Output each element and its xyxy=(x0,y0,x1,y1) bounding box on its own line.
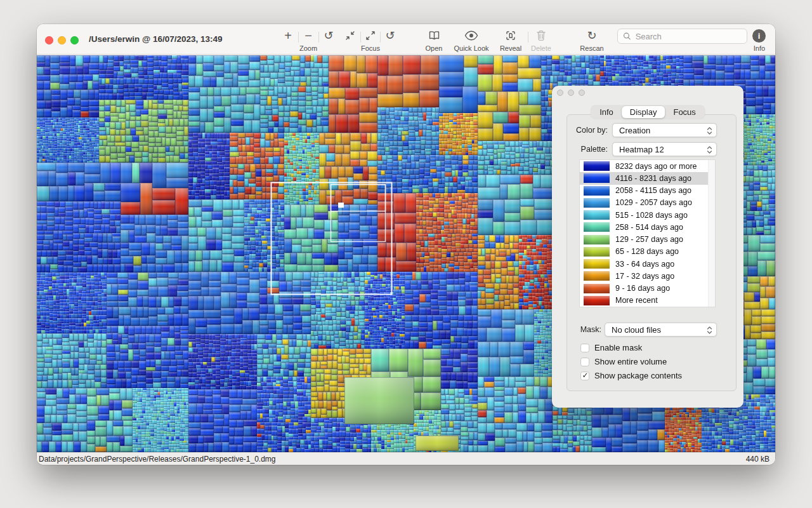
legend-swatch xyxy=(584,186,610,196)
minimize-button[interactable] xyxy=(58,36,66,44)
color-by-dropdown[interactable]: Creation xyxy=(612,123,717,137)
checkbox-show-package-contents[interactable] xyxy=(580,371,589,380)
zoom-in-button[interactable]: + xyxy=(282,28,294,43)
legend-swatch xyxy=(584,259,610,269)
legend-scrollbar[interactable] xyxy=(708,160,715,307)
legend-row[interactable]: 1029 - 2057 days ago xyxy=(580,197,715,209)
legend-row[interactable]: 17 - 32 days ago xyxy=(580,270,715,282)
plus-icon: + xyxy=(284,29,292,42)
legend-label: More recent xyxy=(615,296,658,305)
legend-swatch xyxy=(584,296,610,305)
legend-row[interactable]: 515 - 1028 days ago xyxy=(580,209,715,221)
palette-dropdown[interactable]: Heatmap 12 xyxy=(612,142,717,156)
legend-row[interactable]: 65 - 128 days ago xyxy=(580,246,715,258)
color-by-label: Color by: xyxy=(563,126,608,135)
undo-arrow-icon: ↺ xyxy=(324,30,333,41)
focus-group-label: Focus xyxy=(351,44,390,52)
info-label: Info xyxy=(747,44,772,52)
panel-zoom-button[interactable] xyxy=(579,90,585,96)
panel-minimize-button[interactable] xyxy=(568,90,574,96)
chevron-up-down-icon xyxy=(707,126,712,135)
checkbox-row: Show entire volume xyxy=(580,357,667,366)
palette-value: Heatmap 12 xyxy=(619,145,664,154)
mask-label: Mask: xyxy=(565,325,601,334)
focus-reset-button[interactable]: ↺ xyxy=(384,28,396,43)
reveal-frame-icon xyxy=(505,30,516,41)
panel-close-button[interactable] xyxy=(557,90,563,96)
info-button[interactable]: i xyxy=(752,29,766,43)
checkbox-row: Show package contents xyxy=(580,371,682,380)
close-button[interactable] xyxy=(45,36,53,44)
zoom-group-label: Zoom xyxy=(289,44,327,52)
legend-label: 4116 - 8231 days ago xyxy=(615,174,691,183)
mask-dropdown[interactable]: No cloud files xyxy=(605,323,717,337)
focus-out-button[interactable] xyxy=(364,28,377,43)
legend-swatch xyxy=(584,161,610,171)
mask-value: No cloud files xyxy=(612,325,661,335)
open-button[interactable] xyxy=(426,28,442,43)
checkbox-label: Show entire volume xyxy=(594,357,667,366)
legend-row[interactable]: 33 - 64 days ago xyxy=(580,258,715,270)
separator xyxy=(318,32,319,43)
search-input[interactable] xyxy=(634,31,742,42)
legend-row[interactable]: 258 - 514 days ago xyxy=(580,221,715,233)
rescan-label: Rescan xyxy=(573,44,611,52)
toolbar: /Users/erwin @ 16/07/2023, 13:49 + − ↺ Z… xyxy=(37,24,775,55)
color-by-value: Creation xyxy=(619,126,650,135)
tab-focus[interactable]: Focus xyxy=(665,106,704,118)
checkbox-enable-mask[interactable] xyxy=(580,344,589,352)
quick-look-button[interactable] xyxy=(464,28,479,43)
panel-window-controls xyxy=(557,90,585,96)
separator xyxy=(360,32,361,43)
tab-info[interactable]: Info xyxy=(591,106,622,118)
legend-label: 65 - 128 days ago xyxy=(615,247,679,256)
legend-label: 258 - 514 days ago xyxy=(615,223,683,232)
legend-label: 129 - 257 days ago xyxy=(615,235,683,244)
delete-button[interactable] xyxy=(535,28,547,43)
legend-label: 515 - 1028 days ago xyxy=(615,211,688,220)
search-icon xyxy=(623,32,631,41)
legend-row[interactable]: 4116 - 8231 days ago xyxy=(580,172,715,184)
zoom-out-button[interactable]: − xyxy=(302,28,315,43)
search-field xyxy=(617,29,747,44)
chevron-up-down-icon xyxy=(707,326,712,335)
separator xyxy=(528,32,528,43)
checkbox-row: Enable mask xyxy=(580,343,642,352)
separator xyxy=(298,32,299,43)
legend-swatch xyxy=(584,198,610,208)
window-title: /Users/erwin @ 16/07/2023, 13:49 xyxy=(89,24,223,55)
checkbox-label: Enable mask xyxy=(594,343,642,352)
reveal-button[interactable] xyxy=(504,28,517,43)
legend-row[interactable]: 8232 days ago or more xyxy=(580,160,715,172)
undo-arrow-icon: ↺ xyxy=(385,30,395,41)
palette-label: Palette: xyxy=(563,145,608,154)
checkbox-label: Show package contents xyxy=(594,371,682,380)
legend-row[interactable]: 2058 - 4115 days ago xyxy=(580,185,715,197)
display-panel: InfoDisplayFocus Color by: Creation Pale… xyxy=(552,86,743,408)
legend-row[interactable]: More recent xyxy=(580,295,715,307)
legend-swatch xyxy=(584,284,610,293)
legend-row[interactable]: 129 - 257 days ago xyxy=(580,234,715,246)
quick-look-label: Quick Look xyxy=(446,44,497,52)
chevron-up-down-icon xyxy=(707,145,712,154)
arrows-outward-icon xyxy=(365,30,376,41)
minus-icon: − xyxy=(304,29,312,42)
legend-label: 17 - 32 days ago xyxy=(615,272,674,281)
legend-swatch xyxy=(584,210,610,220)
panel-tabs: InfoDisplayFocus xyxy=(591,105,705,119)
desktop: { "window": { "title": "/Users/erwin @ 1… xyxy=(0,0,812,508)
zoom-window-button[interactable] xyxy=(70,36,79,44)
open-book-icon xyxy=(428,30,441,41)
delete-label: Delete xyxy=(527,44,555,52)
checkbox-show-entire-volume[interactable] xyxy=(580,358,589,366)
legend-label: 2058 - 4115 days ago xyxy=(615,186,691,195)
focus-in-button[interactable] xyxy=(344,28,357,43)
tab-display[interactable]: Display xyxy=(622,106,665,118)
reload-arrow-icon: ↻ xyxy=(587,30,596,41)
arrows-inward-icon xyxy=(344,30,356,41)
legend-row[interactable]: 9 - 16 days ago xyxy=(580,283,715,295)
legend-swatch xyxy=(584,271,610,281)
zoom-reset-button[interactable]: ↺ xyxy=(322,28,335,43)
rescan-button[interactable]: ↻ xyxy=(586,28,598,43)
legend-label: 1029 - 2057 days ago xyxy=(615,198,692,207)
